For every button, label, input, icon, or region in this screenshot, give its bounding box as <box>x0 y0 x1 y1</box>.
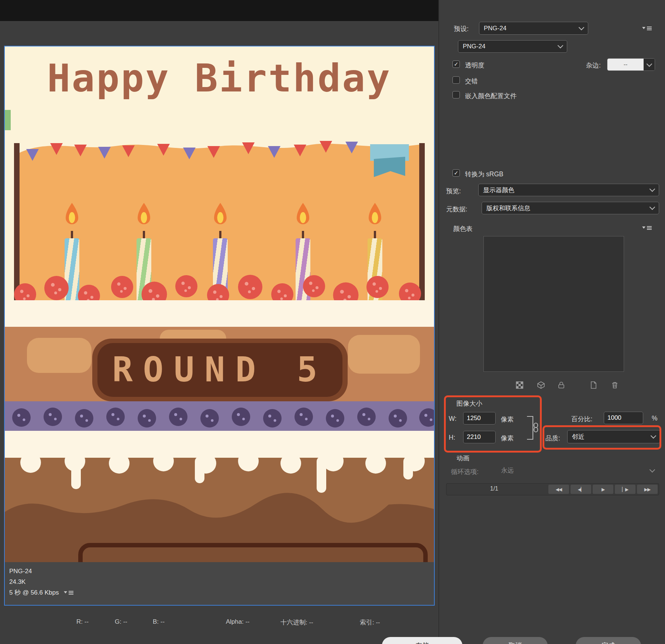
transparency-label: 透明度 <box>465 61 485 70</box>
loop-dropdown[interactable]: 永远 <box>496 464 659 477</box>
preview-info: PNG-24 24.3K 5 秒 @ 56.6 Kbps <box>9 566 73 598</box>
height-unit: 像素 <box>501 434 514 443</box>
leaf-decoration <box>5 110 11 130</box>
color-table-menu-icon[interactable] <box>642 225 652 231</box>
panel-divider <box>438 0 439 644</box>
loop-value: 永远 <box>501 466 514 475</box>
status-index: 索引: -- <box>360 618 380 627</box>
matte-arrow[interactable] <box>644 59 655 70</box>
quality-label: 品质: <box>545 434 560 443</box>
matte-value: -- <box>607 59 644 70</box>
status-g: G: -- <box>115 618 127 626</box>
convert-srgb-label: 转换为 sRGB <box>465 170 503 179</box>
purple-berries <box>5 401 434 434</box>
percent-label: 百分比: <box>571 415 592 423</box>
status-hex: 十六进制: -- <box>280 618 313 627</box>
height-input[interactable] <box>463 431 496 443</box>
height-label: H: <box>449 434 455 442</box>
preview-image[interactable]: Happy Birthday <box>5 46 434 562</box>
cube-icon[interactable] <box>537 381 545 389</box>
done-button[interactable]: 完成 <box>576 637 641 644</box>
preview-mode-value: 显示器颜色 <box>483 186 514 194</box>
settings-panel-menu-icon[interactable] <box>642 25 652 31</box>
matte-dropdown[interactable]: -- <box>607 58 655 71</box>
round-plaque: ROUND 5 <box>92 339 348 401</box>
animation-label: 动画 <box>456 454 469 463</box>
previous-frame-button[interactable]: ◀▏ <box>571 485 591 494</box>
convert-srgb-checkbox[interactable] <box>452 169 460 177</box>
preview-file-size: 24.3K <box>9 577 73 587</box>
chevron-down-icon <box>650 467 655 472</box>
metadata-value: 版权和联系信息 <box>486 204 530 212</box>
color-table-area <box>483 236 624 372</box>
cancel-button[interactable]: 取消 <box>483 637 548 644</box>
transparency-checkbox[interactable] <box>452 60 460 68</box>
lock-icon[interactable] <box>557 381 566 389</box>
matte-label: 杂边: <box>586 61 601 70</box>
percent-unit: % <box>652 415 658 422</box>
animation-frame-bar: 1/1 ◀◀ ◀▏ ▶ ▏▶ ▶▶ <box>446 483 659 495</box>
right-post <box>419 143 425 309</box>
preset-value: PNG-24 <box>484 25 506 32</box>
next-frame-button[interactable]: ▏▶ <box>615 485 635 494</box>
chevron-down-icon <box>579 24 585 30</box>
preview-info-menu-icon[interactable] <box>64 590 73 596</box>
preview-pane[interactable]: Happy Birthday <box>4 46 435 606</box>
loop-label: 循环选项: <box>451 467 479 476</box>
preview-format-label: PNG-24 <box>9 566 73 577</box>
width-label: W: <box>449 415 456 423</box>
last-frame-button[interactable]: ▶▶ <box>637 485 658 494</box>
round-plaque-text: ROUND 5 <box>112 350 328 389</box>
play-button[interactable]: ▶ <box>593 485 613 494</box>
metadata-label: 元数据: <box>446 205 467 214</box>
status-alpha: Alpha: -- <box>226 618 249 626</box>
status-b: B: -- <box>153 618 165 626</box>
percent-input[interactable] <box>604 412 643 424</box>
chevron-down-icon <box>650 204 655 210</box>
left-post <box>14 143 20 309</box>
happy-birthday-text: Happy Birthday <box>47 56 392 101</box>
trash-icon[interactable] <box>610 381 619 389</box>
preset-label: 预设: <box>454 24 469 33</box>
link-dimensions-icon[interactable] <box>524 415 540 440</box>
status-r: R: -- <box>76 618 89 626</box>
embed-profile-checkbox[interactable] <box>452 91 460 98</box>
format-value: PNG-24 <box>463 43 485 50</box>
interlaced-checkbox[interactable] <box>452 76 460 84</box>
frame-counter: 1/1 <box>490 485 498 492</box>
dither-grid-icon[interactable] <box>515 381 524 389</box>
color-table-label: 颜色表 <box>453 224 473 233</box>
preview-download-time: 5 秒 @ 56.6 Kbps <box>9 587 59 598</box>
new-swatch-icon[interactable] <box>589 381 598 389</box>
image-size-label: 图像大小 <box>456 399 482 408</box>
document-tabs-bar <box>0 0 438 21</box>
preset-dropdown[interactable]: PNG-24 <box>479 22 588 35</box>
chevron-down-icon <box>558 43 564 49</box>
width-unit: 像素 <box>501 415 514 424</box>
preview-mode-dropdown[interactable]: 显示器颜色 <box>478 184 659 196</box>
chevron-down-icon <box>646 61 652 67</box>
save-button[interactable]: 存储 <box>382 637 462 644</box>
metadata-dropdown[interactable]: 版权和联系信息 <box>482 202 659 214</box>
quality-value: 邻近 <box>572 433 585 441</box>
interlaced-label: 交错 <box>465 77 478 86</box>
preview-mode-label: 预览: <box>446 187 461 195</box>
cake-bottom-layer <box>5 451 434 562</box>
first-frame-button[interactable]: ◀◀ <box>548 485 569 494</box>
embed-profile-label: 嵌入颜色配置文件 <box>465 91 517 100</box>
quality-dropdown[interactable]: 邻近 <box>567 430 660 443</box>
width-input[interactable] <box>463 412 496 425</box>
chevron-down-icon <box>651 433 657 439</box>
format-dropdown[interactable]: PNG-24 <box>458 40 567 53</box>
chevron-down-icon <box>650 186 655 192</box>
